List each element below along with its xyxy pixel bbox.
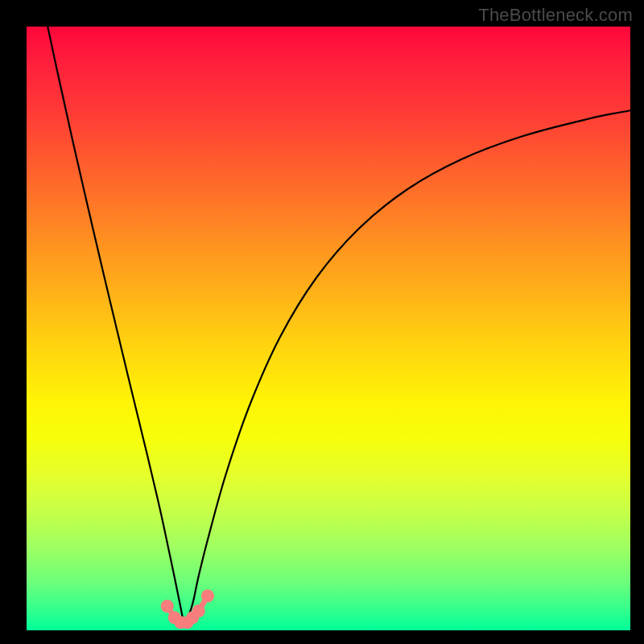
highlight-marker — [201, 589, 214, 602]
marker-connector-group — [167, 596, 208, 622]
marker-group — [161, 589, 214, 629]
highlight-marker — [192, 605, 205, 617]
highlight-marker — [186, 611, 199, 624]
curve-svg — [27, 27, 630, 630]
watermark-text: TheBottleneck.com — [478, 5, 633, 26]
plot-area — [27, 27, 630, 630]
chart-frame: TheBottleneck.com — [0, 0, 644, 644]
highlight-marker — [174, 616, 187, 629]
highlight-marker — [161, 600, 174, 613]
marker-connector-line — [167, 596, 208, 622]
highlight-marker — [168, 611, 181, 624]
bottleneck-curve-line — [47, 27, 630, 621]
highlight-marker — [181, 616, 194, 629]
